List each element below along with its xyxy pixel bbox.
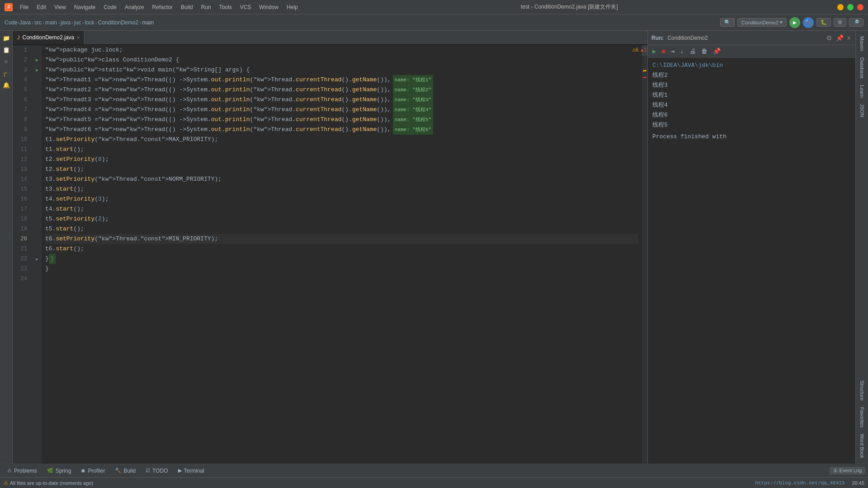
maven-panel-label[interactable]: Maven xyxy=(859,34,866,53)
run-gutter-icon[interactable]: ▶ xyxy=(36,57,38,63)
structure-icon[interactable]: ≡ xyxy=(1,57,11,67)
nav-right: 🔍 ConditionDemo2 ▾ ▶ 🔨 🐛 ⚙ 🔎 xyxy=(720,17,863,28)
console-output-line-0: 线程2 xyxy=(652,70,851,80)
notification-icon[interactable]: 🔔 xyxy=(1,80,11,90)
breadcrumb-item-1[interactable]: src xyxy=(34,19,42,26)
learn-icon[interactable]: 🎓 xyxy=(1,69,11,79)
restore-layout-button[interactable]: ⇥ xyxy=(669,47,676,56)
menu-item-vcs[interactable]: VCS xyxy=(236,3,255,11)
favorites-panel-label[interactable]: Favorites xyxy=(859,405,866,429)
status-url[interactable]: https://blog.csdn.net/qq_48413 xyxy=(755,480,844,486)
menu-item-help[interactable]: Help xyxy=(283,3,302,11)
breadcrumb-item-0[interactable]: Code-Java xyxy=(5,19,31,26)
error-count: ▲1 xyxy=(640,47,646,52)
stop-button[interactable]: ■ xyxy=(660,47,667,56)
gutter-item-6 xyxy=(33,95,42,105)
status-warning-icon: ⚠ xyxy=(4,480,8,486)
run-panel: Run: ConditionDemo2 ⚙ 📌 × ▶ ■ ⇥ ↓ 🖨 🗑 📌 … xyxy=(647,31,855,464)
close-button[interactable] xyxy=(857,4,863,10)
menu-item-edit[interactable]: Edit xyxy=(33,3,50,11)
gutter-item-14 xyxy=(33,174,42,184)
tab-conditiondemo2[interactable]: J ConditionDemo2.java × xyxy=(13,31,85,44)
gutter-item-23 xyxy=(33,264,42,274)
menu-bar: FileEditViewNavigateCodeAnalyzeRefactorB… xyxy=(16,3,302,11)
window-controls xyxy=(837,4,863,10)
run-panel-actions: ⚙ 📌 × xyxy=(826,33,852,42)
menu-item-window[interactable]: Window xyxy=(255,3,282,11)
search-icon[interactable]: 🔍 xyxy=(720,18,735,27)
minimize-button[interactable] xyxy=(837,4,844,10)
fold-icon[interactable]: ▶ xyxy=(36,257,38,261)
build-button[interactable]: 🔨 xyxy=(803,17,814,28)
run-config-label: ConditionDemo2 xyxy=(741,20,778,25)
code-line-7: "kw">Thread t4 = "kw">new "kw">Thread(()… xyxy=(45,105,638,115)
menu-item-code[interactable]: Code xyxy=(100,3,120,11)
code-line-16: t4.setPriority(3); xyxy=(45,194,638,204)
bottom-tab-profiler[interactable]: ◉Profiler xyxy=(76,465,109,477)
project-icon[interactable]: 📁 xyxy=(1,33,11,43)
bottom-tab-build[interactable]: 🔨Build xyxy=(110,465,140,477)
close-run-icon[interactable]: × xyxy=(846,33,852,42)
code-line-19: t5.start(); xyxy=(45,224,638,234)
pin-tab-button[interactable]: 📌 xyxy=(711,47,722,56)
structure-panel-label[interactable]: Structure xyxy=(859,379,866,403)
line-number-20: 20 xyxy=(13,234,29,244)
wordbook-panel-label[interactable]: Word Book xyxy=(859,432,866,460)
line-number-9: 9 xyxy=(13,125,29,135)
breadcrumb-item-3[interactable]: java xyxy=(61,19,71,26)
bottom-toolbar: ⚠Problems🌿Spring◉Profiler🔨Build☑TODO▶Ter… xyxy=(0,464,868,477)
clear-button[interactable]: 🗑 xyxy=(699,47,709,56)
line-number-21: 21 xyxy=(13,244,29,254)
menu-item-refactor[interactable]: Refactor xyxy=(149,3,176,11)
code-line-8: "kw">Thread t5 = "kw">new "kw">Thread(()… xyxy=(45,115,638,125)
debug-button[interactable]: 🐛 xyxy=(816,18,831,27)
inline-hint-5: name: "线程2" xyxy=(393,85,433,95)
pin-icon[interactable]: 📌 xyxy=(835,33,844,42)
run-gutter-icon[interactable]: ▶ xyxy=(36,67,38,73)
breadcrumb-item-6[interactable]: ConditionDemo2 xyxy=(98,19,138,26)
bottom-tab-label-2: Profiler xyxy=(88,468,105,474)
gutter-item-2: ▶ xyxy=(33,55,42,65)
console-output: C:\IDEA\JAVA\jdk\bin线程2线程3线程1线程4线程6线程5Pr… xyxy=(648,58,855,464)
settings-button[interactable]: ⚙ xyxy=(834,18,846,27)
learn-panel-label[interactable]: Learn xyxy=(859,83,866,99)
gutter-item-20 xyxy=(33,234,42,244)
console-path: C:\IDEA\JAVA\jdk\bin xyxy=(652,62,723,69)
settings-run-icon[interactable]: ⚙ xyxy=(826,33,833,42)
run-label: Run: xyxy=(651,35,664,41)
breadcrumb-item-7[interactable]: main xyxy=(142,19,154,26)
breadcrumb-item-2[interactable]: main xyxy=(45,19,57,26)
menu-item-tools[interactable]: Tools xyxy=(216,3,236,11)
fold-bracket-22[interactable]: } xyxy=(49,254,56,264)
event-log-button[interactable]: ① Event Log xyxy=(830,467,865,474)
breadcrumb: Code-Java › src › main › java › juc › lo… xyxy=(5,19,154,26)
warning-message: All files are up-to-date (moments ago) xyxy=(10,480,93,486)
search-everywhere-button[interactable]: 🔎 xyxy=(849,18,863,27)
rerun-button[interactable]: ▶ xyxy=(651,47,658,56)
gutter-item-5 xyxy=(33,85,42,95)
run-button[interactable]: ▶ xyxy=(789,17,800,28)
menu-item-build[interactable]: Build xyxy=(177,3,197,11)
menu-item-run[interactable]: Run xyxy=(198,3,215,11)
tab-close-button[interactable]: × xyxy=(77,35,80,40)
bottom-tab-spring[interactable]: 🌿Spring xyxy=(42,465,76,477)
bottom-tab-problems[interactable]: ⚠Problems xyxy=(3,465,42,477)
menu-item-view[interactable]: View xyxy=(51,3,70,11)
right-sidebar: Maven Database Learn JSON Structure Favo… xyxy=(855,31,868,464)
menu-item-analyze[interactable]: Analyze xyxy=(121,3,148,11)
print-button[interactable]: 🖨 xyxy=(688,47,698,56)
bottom-tab-todo[interactable]: ☑TODO xyxy=(141,465,172,477)
database-panel-label[interactable]: Database xyxy=(859,56,866,80)
run-config-selector[interactable]: ConditionDemo2 ▾ xyxy=(737,18,787,27)
scroll-end-button[interactable]: ↓ xyxy=(678,47,685,56)
breadcrumb-item-5[interactable]: lock xyxy=(85,19,94,26)
gutter-item-7 xyxy=(33,105,42,115)
menu-item-navigate[interactable]: Navigate xyxy=(71,3,99,11)
maximize-button[interactable] xyxy=(847,4,854,10)
json-panel-label[interactable]: JSON xyxy=(859,102,866,119)
breadcrumb-item-4[interactable]: juc xyxy=(74,19,81,26)
bottom-tab-terminal[interactable]: ▶Terminal xyxy=(174,465,209,477)
code-content[interactable]: "kw">package juc.lock;"kw">public "kw">c… xyxy=(42,45,642,464)
commit-icon[interactable]: 📋 xyxy=(1,45,11,55)
menu-item-file[interactable]: File xyxy=(16,3,32,11)
